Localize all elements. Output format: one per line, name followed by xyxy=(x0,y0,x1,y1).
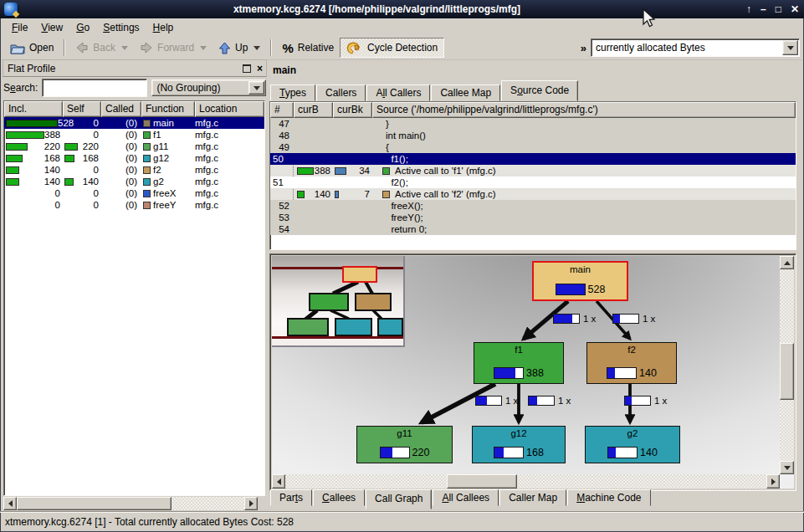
graph-node-g2[interactable]: g2 140 xyxy=(585,426,680,463)
column-header-self[interactable]: Self xyxy=(63,101,101,117)
menu-go[interactable]: Go xyxy=(69,20,96,35)
minimize-icon[interactable]: – xyxy=(760,3,766,15)
scroll-left-button[interactable] xyxy=(3,497,17,510)
chevron-right-icon xyxy=(249,500,253,507)
scroll-left-button[interactable] xyxy=(272,474,285,489)
tab-all-callers[interactable]: All Callers xyxy=(366,84,430,101)
back-dropdown-icon[interactable] xyxy=(121,46,128,50)
column-header-source[interactable]: Source ('/home/philippe/valgrind/littlep… xyxy=(372,102,796,118)
grouping-dropdown-button[interactable] xyxy=(248,81,264,95)
event-type-value: currently allocated Bytes xyxy=(596,42,705,54)
tab-callers[interactable]: Callers xyxy=(316,84,366,101)
table-row[interactable]: 220 220 (0) g11 mfg.c xyxy=(4,141,264,152)
tab-all-callees[interactable]: All Callees xyxy=(433,489,499,506)
dock-float-icon[interactable] xyxy=(243,64,251,73)
source-line-row[interactable]: 47 } xyxy=(270,118,796,130)
cost-bar xyxy=(64,178,74,186)
table-row[interactable]: 168 168 (0) g12 mfg.c xyxy=(4,152,264,164)
tab-source-code[interactable]: Source Code xyxy=(501,80,578,101)
toolbar-overflow-chevron[interactable]: » xyxy=(581,42,586,54)
toolbar: Open Back Forward Up % Relative Cycle De… xyxy=(2,36,802,60)
graph-node-f1[interactable]: f1 388 xyxy=(474,342,564,384)
source-line-row[interactable]: 48 int main() xyxy=(270,130,796,141)
relative-toggle-button[interactable]: % Relative xyxy=(276,38,340,58)
function-color-icon xyxy=(382,167,390,175)
menu-view[interactable]: View xyxy=(34,20,69,35)
dock-close-icon[interactable]: × xyxy=(257,63,263,74)
column-header-curb[interactable]: curB xyxy=(294,102,333,118)
forward-button[interactable]: Forward xyxy=(134,39,213,56)
column-header-function[interactable]: Function xyxy=(141,101,195,117)
menu-settings[interactable]: Settings xyxy=(96,20,146,35)
table-row[interactable]: 0 0 (0) freeX mfg.c xyxy=(4,187,264,199)
source-line-row[interactable]: 53 freeY(); xyxy=(270,212,796,223)
titlebar[interactable]: xtmemory.kcg.6274 [/home/philippe/valgri… xyxy=(0,0,804,18)
cycle-detection-toggle-button[interactable]: Cycle Detection xyxy=(340,38,444,58)
call-graph-canvas[interactable]: main 528 f1 388 f2 140 g11 220 g12 168 g… xyxy=(272,256,794,489)
scroll-up-button[interactable] xyxy=(780,256,794,269)
column-header-called[interactable]: Called xyxy=(101,101,141,117)
search-input[interactable] xyxy=(42,79,147,97)
dock-header[interactable]: Flat Profile × xyxy=(3,59,267,77)
flat-profile-hscrollbar[interactable] xyxy=(3,497,258,510)
up-dropdown-icon[interactable] xyxy=(253,46,260,50)
forward-arrow-icon xyxy=(140,42,153,54)
back-button[interactable]: Back xyxy=(69,39,134,56)
source-line-row[interactable]: 52 freeX(); xyxy=(270,200,796,212)
function-view-tabbar: Types Callers All Callers Callee Map Sou… xyxy=(270,80,579,101)
maximize-icon[interactable]: □ xyxy=(776,3,781,15)
table-row[interactable]: 528 0 (0) main mfg.c xyxy=(4,117,264,129)
active-call-row[interactable]: 388 34 Active call to 'f1' (mfg.c) xyxy=(270,165,796,176)
scrollbar-thumb[interactable] xyxy=(17,497,172,510)
tab-callees[interactable]: Callees xyxy=(313,489,365,506)
scroll-right-button[interactable] xyxy=(244,497,258,510)
scrollbar-thumb[interactable] xyxy=(780,343,794,400)
up-button[interactable]: Up xyxy=(213,39,266,57)
tab-machine-code[interactable]: Machine Code xyxy=(567,489,650,506)
tab-types[interactable]: Types xyxy=(270,84,315,101)
menu-file[interactable]: File xyxy=(5,20,34,35)
graph-node-f2[interactable]: f2 140 xyxy=(586,342,677,384)
event-type-combobox[interactable]: currently allocated Bytes xyxy=(591,38,800,57)
keep-above-icon[interactable]: ↑ xyxy=(746,3,751,15)
grouping-combobox[interactable]: (No Grouping) xyxy=(151,79,266,96)
up-arrow-icon xyxy=(218,42,231,54)
tab-parts[interactable]: Parts xyxy=(270,489,312,506)
forward-dropdown-icon[interactable] xyxy=(200,46,207,50)
source-line-row[interactable]: 49 { xyxy=(270,141,796,153)
open-button[interactable]: Open xyxy=(4,39,59,57)
toolbar-separator xyxy=(270,39,272,56)
graph-node-g11[interactable]: g11 220 xyxy=(356,426,453,463)
tab-caller-map[interactable]: Caller Map xyxy=(499,489,566,506)
tab-call-graph[interactable]: Call Graph xyxy=(366,489,432,509)
source-line-row[interactable]: 51 f2(); xyxy=(270,176,796,188)
scrollbar-thumb[interactable] xyxy=(447,474,517,489)
graph-hscrollbar[interactable] xyxy=(272,474,780,489)
scroll-down-button[interactable] xyxy=(780,461,794,474)
chevron-down-icon xyxy=(784,466,791,470)
function-color-icon xyxy=(143,202,151,209)
graph-vscrollbar[interactable] xyxy=(780,256,794,474)
menu-help[interactable]: Help xyxy=(146,20,181,35)
column-header-curbk[interactable]: curBk xyxy=(333,102,372,118)
cost-bar xyxy=(6,155,23,162)
column-header-incl[interactable]: Incl. xyxy=(4,101,63,117)
column-header-line[interactable]: # xyxy=(270,102,294,118)
graph-node-g12[interactable]: g12 168 xyxy=(472,426,566,463)
active-call-row[interactable]: 140 7 Active call to 'f2' (mfg.c) xyxy=(270,188,796,200)
source-line-row[interactable]: 54 return 0; xyxy=(270,223,796,235)
scroll-right-button[interactable] xyxy=(766,474,780,489)
flat-profile-title: Flat Profile xyxy=(8,63,55,74)
graph-overview-minimap[interactable] xyxy=(272,256,405,347)
close-icon[interactable]: ✕ xyxy=(791,3,799,15)
table-row[interactable]: 140 140 (0) g2 mfg.c xyxy=(4,176,264,187)
combobox-dropdown-button[interactable] xyxy=(782,40,798,55)
table-row[interactable]: 388 0 (0) f1 mfg.c xyxy=(4,129,264,141)
chevron-right-icon xyxy=(771,478,776,485)
graph-node-main[interactable]: main 528 xyxy=(532,261,628,301)
column-header-location[interactable]: Location xyxy=(195,101,264,117)
tab-callee-map[interactable]: Callee Map xyxy=(431,84,500,101)
table-row[interactable]: 140 0 (0) f2 mfg.c xyxy=(4,164,264,176)
table-row[interactable]: 0 0 (0) freeY mfg.c xyxy=(4,199,264,211)
source-line-row-selected[interactable]: 50 f1(); xyxy=(270,153,796,165)
